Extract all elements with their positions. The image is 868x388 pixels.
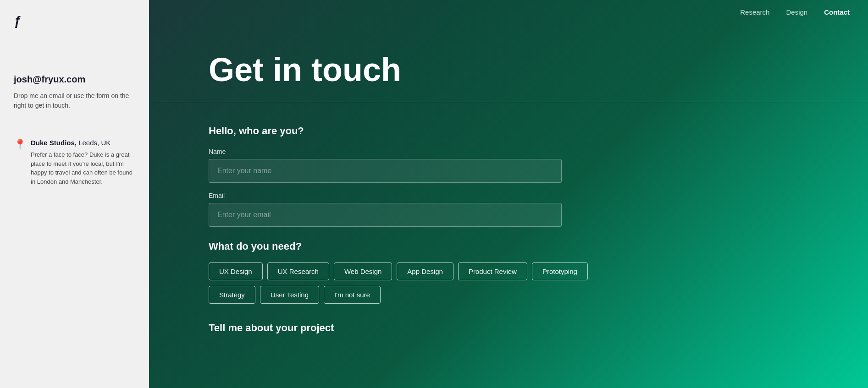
name-input[interactable] <box>209 159 562 183</box>
name-field-group: Name <box>209 148 808 183</box>
needs-buttons-row2: StrategyUser TestingI'm not sure <box>209 286 808 304</box>
email-field-group: Email <box>209 192 808 227</box>
needs-title: What do you need? <box>209 240 808 252</box>
location-studio-name: Duke Studios, <box>31 139 77 147</box>
nav-link-design[interactable]: Design <box>786 8 807 16</box>
nav-link-research[interactable]: Research <box>740 8 769 16</box>
main-content: Research Design Contact Get in touch Hel… <box>149 0 868 388</box>
need-btn-user-testing[interactable]: User Testing <box>260 286 319 304</box>
tell-section: Tell me about your project <box>209 322 808 334</box>
sidebar-email: josh@fryux.com <box>14 74 135 85</box>
needs-section: What do you need? UX DesignUX ResearchWe… <box>209 240 808 304</box>
sidebar: ƒ josh@fryux.com Drop me an email or use… <box>0 0 149 388</box>
need-btn-ux-research[interactable]: UX Research <box>267 262 329 280</box>
form-section-hello: Hello, who are you? <box>209 125 808 137</box>
need-btn-web-design[interactable]: Web Design <box>334 262 392 280</box>
need-btn-prototyping[interactable]: Prototyping <box>532 262 588 280</box>
logo: ƒ <box>14 14 135 28</box>
need-btn-ux-design[interactable]: UX Design <box>209 262 263 280</box>
location-title: Duke Studios, Leeds, UK <box>31 138 135 148</box>
hero-section: Get in touch <box>149 24 868 102</box>
email-input[interactable] <box>209 203 562 227</box>
need-btn-app-design[interactable]: App Design <box>397 262 453 280</box>
need-btn-strategy[interactable]: Strategy <box>209 286 255 304</box>
sidebar-tagline: Drop me an email or use the form on the … <box>14 91 135 110</box>
nav-link-contact[interactable]: Contact <box>824 8 850 16</box>
need-btn-product-review[interactable]: Product Review <box>458 262 527 280</box>
sidebar-location: 📍 Duke Studios, Leeds, UK Prefer a face … <box>14 138 135 186</box>
needs-buttons-row1: UX DesignUX ResearchWeb DesignApp Design… <box>209 262 808 280</box>
tell-title: Tell me about your project <box>209 322 808 334</box>
location-desc: Prefer a face to face? Duke is a great p… <box>31 150 135 186</box>
page-title: Get in touch <box>209 52 808 88</box>
email-label: Email <box>209 192 808 199</box>
need-btn-im-not-sure[interactable]: I'm not sure <box>324 286 381 304</box>
top-nav: Research Design Contact <box>149 0 868 24</box>
name-label: Name <box>209 148 808 155</box>
location-pin-icon: 📍 <box>14 139 26 151</box>
location-city: Leeds, UK <box>77 139 111 147</box>
contact-form-area: Hello, who are you? Name Email What do y… <box>149 102 868 352</box>
